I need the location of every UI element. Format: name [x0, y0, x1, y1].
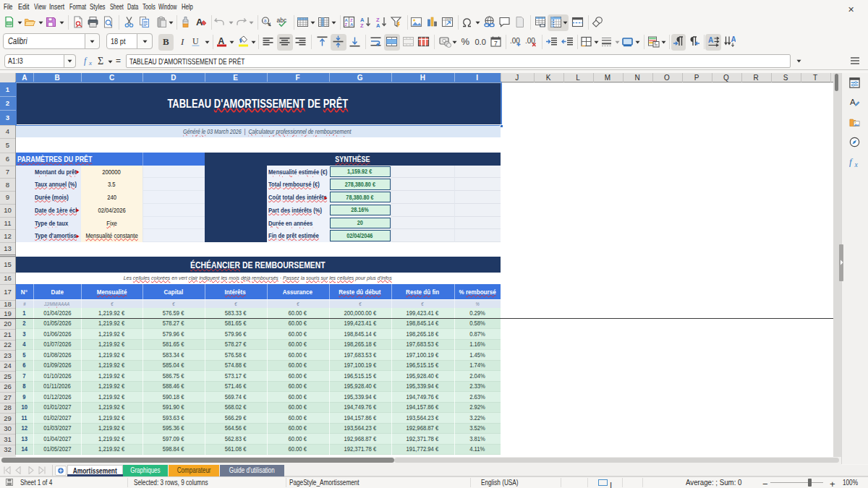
svg-text:Z: Z [345, 22, 348, 27]
svg-text:abc: abc [276, 17, 286, 24]
svg-text:7: 7 [494, 40, 498, 47]
svg-text:B: B [163, 36, 169, 47]
svg-text:a: a [263, 18, 266, 23]
svg-text:I: I [180, 36, 184, 47]
svg-text:Z: Z [360, 22, 364, 29]
svg-text:U: U [192, 36, 199, 46]
svg-text:A: A [731, 35, 736, 43]
svg-text:x: x [88, 59, 92, 67]
svg-text:A: A [350, 22, 354, 27]
svg-text:Z: Z [350, 18, 353, 22]
svg-text:A: A [376, 22, 380, 29]
svg-text:.00: .00 [525, 37, 535, 45]
svg-text:Σ: Σ [98, 56, 103, 67]
svg-text:f: f [84, 56, 88, 66]
svg-text:%: % [461, 36, 470, 47]
svg-text:A: A [345, 18, 349, 22]
svg-text:A: A [218, 36, 225, 46]
svg-text:A: A [708, 36, 713, 44]
svg-text:d: d [268, 22, 271, 27]
svg-text:A: A [850, 98, 856, 107]
svg-text:x: x [854, 160, 859, 168]
svg-text:=: = [116, 56, 121, 66]
svg-text:123: 123 [446, 17, 451, 21]
svg-text:f: f [849, 157, 854, 167]
svg-text:0.0: 0.0 [475, 38, 486, 46]
